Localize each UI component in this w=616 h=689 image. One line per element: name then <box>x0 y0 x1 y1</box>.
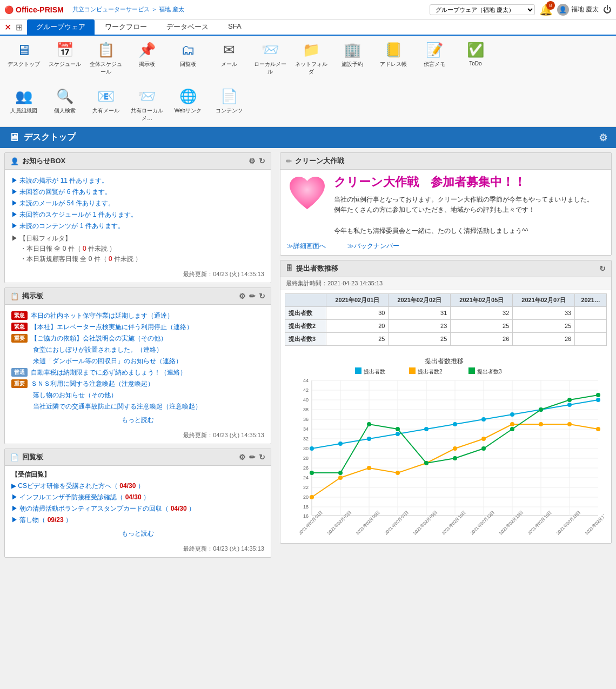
tool-person-search[interactable]: 🔍 個人検索 <box>45 84 84 117</box>
bulletin-item-6[interactable]: 重要 ＳＮＳ利用に関する注意喚起（注意喚起） <box>11 379 264 389</box>
bulletin-settings-icon[interactable]: ⚙ <box>239 292 246 300</box>
oshirase-settings-icon[interactable]: ⚙ <box>249 157 256 165</box>
bulletin-refresh-icon[interactable]: ↻ <box>259 292 265 300</box>
clean-icon: ✏ <box>286 157 292 165</box>
svg-text:2021年02月05日: 2021年02月05日 <box>355 510 381 536</box>
bulletin-item-4[interactable]: 来週「ダンボール等の回収日」のお知らせ（連絡） <box>11 357 264 366</box>
s3-dot-8 <box>539 407 543 412</box>
kairan-more-link[interactable]: もっと読む <box>11 529 264 538</box>
nav-home-icon[interactable]: ⊞ <box>16 22 23 32</box>
clean-widget: ✏ クリーン大作戦 <box>280 152 612 256</box>
desktop-settings-icon[interactable]: ⚙ <box>599 132 607 144</box>
filter-item-0: ・本日日報 全 0 件（ 0 件未読 ） <box>20 244 264 253</box>
breadcrumb: 共立コンピューターサービス ＞ 福地 産太 <box>72 5 184 14</box>
kairan-item-3[interactable]: ▶ 落し物（ 09/23 ） <box>11 516 264 525</box>
kairan-body: 【受信回覧】 ▶ CSビデオ研修を受講された方へ（ 04/30 ） ▶ インフル… <box>5 466 271 557</box>
clean-header: ✏ クリーン大作戦 <box>280 153 611 170</box>
svg-text:24: 24 <box>303 475 309 480</box>
bulletin-link-7[interactable]: 落し物のお知らせ（その他） <box>33 391 117 400</box>
org-chart-icon: 👥 <box>13 86 35 106</box>
bulletin-item-0[interactable]: 緊急 本日の社内ネット保守作業は延期します（通達） <box>11 311 264 320</box>
kairan-item-0[interactable]: ▶ CSビデオ研修を受講された方へ（ 04/30 ） <box>11 481 264 491</box>
bulletin-link-3[interactable]: 食堂におしぼりが設置されました。（連絡） <box>33 345 163 354</box>
bulletin-link-1[interactable]: 【本社】エレベーター点検実施に伴う利用停止（連絡） <box>31 323 193 332</box>
nav-tab-groupware[interactable]: グループウェア <box>27 19 95 35</box>
bulletin-controls: ⚙ ✏ ↻ <box>239 292 265 300</box>
memo-icon: 📝 <box>424 40 445 59</box>
bulletin-item-1[interactable]: 緊急 【本社】エレベーター点検実施に伴う利用停止（連絡） <box>11 323 264 332</box>
tool-contents[interactable]: 📄 コンテンツ <box>210 84 249 117</box>
tool-desktop[interactable]: 🖥 デスクトップ <box>4 38 43 70</box>
bulletin-link-8[interactable]: 当社近隣での交通事故防止に関する注意喚起（注意喚起） <box>33 402 202 411</box>
facility-icon: 🏢 <box>342 40 363 59</box>
bulletin-link-2[interactable]: 【ご協力の依頼】会社説明会の実施（その他） <box>31 334 167 343</box>
tool-schedule[interactable]: 📅 スケジュール <box>45 38 84 70</box>
navbar: ✕ ⊞ グループウェア ワークフロー データベース SFA <box>0 19 616 36</box>
bulletin-item-2[interactable]: 重要 【ご協力の依頼】会社説明会の実施（その他） <box>11 334 264 343</box>
svg-text:提出者数2: 提出者数2 <box>418 369 443 374</box>
nav-tab-sfa[interactable]: SFA <box>219 19 251 35</box>
svg-text:32: 32 <box>303 436 309 442</box>
tool-mail[interactable]: ✉ メール <box>210 38 249 70</box>
bulletin-link-0[interactable]: 本日の社内ネット保守作業は延期します（通達） <box>31 311 173 320</box>
tool-facility-label: 施設予約 <box>342 61 363 68</box>
bulletin-link-4[interactable]: 来週「ダンボール等の回収日」のお知らせ（連絡） <box>33 357 182 366</box>
tool-bulletin[interactable]: 📌 掲示板 <box>128 38 166 70</box>
bulletin-edit-icon[interactable]: ✏ <box>249 292 256 300</box>
oshirase-refresh-icon[interactable]: ↻ <box>259 157 265 165</box>
s1-dot-4 <box>424 427 428 431</box>
table-col-3: 2021年02月07日 <box>513 293 575 306</box>
bulletin-item-3[interactable]: 食堂におしぼりが設置されました。（連絡） <box>11 345 264 354</box>
svg-text:38: 38 <box>303 407 309 412</box>
cell-1-0: 20 <box>326 319 389 332</box>
bulletin-item-5[interactable]: 普通 自動車税は納期限までに必ず納めましょう！（連絡） <box>11 368 264 377</box>
clean-backnumber-link[interactable]: ≫バックナンバー <box>347 242 399 251</box>
svg-text:18: 18 <box>303 504 309 510</box>
cell-0-0: 30 <box>326 306 389 319</box>
clean-text-area: クリーン大作戦 参加者募集中！！ 当社の恒例行事となっております。クリーン大作戦… <box>334 174 593 236</box>
tool-weblink[interactable]: 🌐 Webリンク <box>169 84 207 117</box>
kairan-settings-icon[interactable]: ⚙ <box>239 453 246 461</box>
tool-shared-local[interactable]: 📨 共有ローカルメ… <box>128 84 166 124</box>
group-select[interactable]: グループウェア（福地 慶太） <box>430 4 535 15</box>
nav-tab-workflow[interactable]: ワークフロー <box>96 19 156 35</box>
kairan-item-1[interactable]: ▶ インフルエンザ予防接種受診確認（ 04/30 ） <box>11 493 264 502</box>
oshirase-item-2[interactable]: ▶ 未読のメールが 54 件あります。 <box>11 199 264 208</box>
tool-todo[interactable]: ✅ ToDo <box>456 38 495 69</box>
tool-memo[interactable]: 📝 伝言メモ <box>415 38 454 70</box>
bulletin-item-8[interactable]: 当社近隣での交通事故防止に関する注意喚起（注意喚起） <box>11 402 264 411</box>
tool-weblink-label: Webリンク <box>175 107 202 115</box>
s1-dot-5 <box>453 422 457 426</box>
nav-tab-database[interactable]: データベース <box>157 19 218 35</box>
bb-tag-urgent-1: 緊急 <box>11 323 28 331</box>
s3-dot-1 <box>338 471 343 475</box>
notification-badge[interactable]: 🔔 8 <box>539 3 553 16</box>
mail-icon: ✉ <box>218 40 240 59</box>
bulletin-link-5[interactable]: 自動車税は納期限までに必ず納めましょう！（連絡） <box>31 368 186 377</box>
tool-facility[interactable]: 🏢 施設予約 <box>333 38 372 70</box>
kairan-edit-icon[interactable]: ✏ <box>249 453 256 461</box>
oshirase-item-3[interactable]: ▶ 未回答のスケジュールが 1 件あります。 <box>11 210 264 219</box>
bulletin-item-7[interactable]: 落し物のお知らせ（その他） <box>11 391 264 400</box>
tool-address[interactable]: 📒 アドレス帳 <box>374 38 413 70</box>
tool-shared-mail[interactable]: 📧 共有メール <box>86 84 125 117</box>
kairan-refresh-icon[interactable]: ↻ <box>259 453 265 461</box>
bulletin-link-6[interactable]: ＳＮＳ利用に関する注意喚起（注意喚起） <box>31 379 154 389</box>
tool-local-mail[interactable]: 📨 ローカルメール <box>251 38 290 78</box>
tool-net-folder[interactable]: 📁 ネットフォルダ <box>292 38 331 78</box>
tool-org-chart[interactable]: 👥 人員組織図 <box>4 84 43 117</box>
oshirase-item-0[interactable]: ▶ 未読の掲示が 11 件あります。 <box>11 176 264 185</box>
bulletin-more-link[interactable]: もっと読む <box>11 416 264 425</box>
s1-dot-2 <box>367 437 371 441</box>
chart-refresh-icon[interactable]: ↻ <box>599 264 606 273</box>
kairan-item-2[interactable]: ▶ 朝の清掃活動ボランティアスタンプカードの回収（ 04/30 ） <box>11 504 264 513</box>
nav-close-icon[interactable]: ✕ <box>4 22 11 32</box>
tool-circular[interactable]: 🗂 回覧板 <box>169 38 207 70</box>
oshirase-item-4[interactable]: ▶ 未読のコンテンツが 1 件あります。 <box>11 222 264 231</box>
oshirase-item-1[interactable]: ▶ 未回答の回覧が 6 件あります。 <box>11 188 264 197</box>
oshirase-title: お知らせBOX <box>22 156 65 166</box>
clean-detail-link[interactable]: ≫詳細画面へ <box>287 242 326 251</box>
svg-text:26: 26 <box>303 465 309 471</box>
logout-icon[interactable]: ⏻ <box>603 5 612 15</box>
tool-all-schedule[interactable]: 📋 全体スケジュール <box>86 38 125 78</box>
